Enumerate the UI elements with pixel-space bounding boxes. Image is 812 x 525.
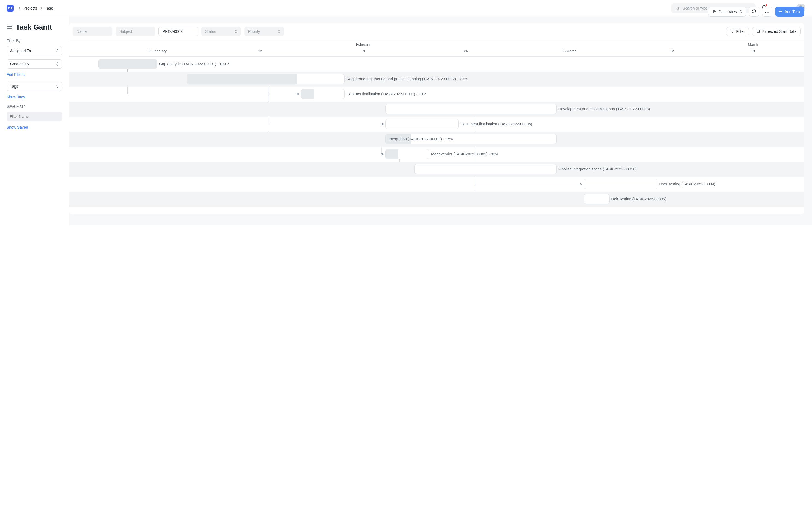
progress-fill [301,89,314,99]
select-icon [56,62,59,66]
progress-fill [99,59,157,69]
day-label: 12 [258,49,262,53]
filter-button[interactable]: Filter [726,27,749,36]
filter-button-label: Filter [736,29,745,34]
gantt-row: Document finalisation (TASK-2022-00006) [69,117,805,132]
select-icon [235,30,237,33]
gantt-row: Gap analysis (TASK-2022-00001) - 100% [69,57,805,72]
day-label: 19 [361,49,365,53]
select-icon [277,30,280,33]
topbar: Projects Task Search or type a command (… [0,0,812,16]
gantt-bar[interactable]: Unit Testing (TASK-2022-00005) [584,194,609,204]
gantt-bar[interactable]: Integration (TASK-2022-00008) - 15% [385,134,557,144]
name-filter-label: Name [76,29,87,34]
gantt-bar-label: Meet vendor (TASK-2022-00009) - 30% [431,152,498,156]
select-icon [56,85,59,88]
gantt-bar-label: Gap analysis (TASK-2022-00001) - 100% [159,62,229,66]
project-filter[interactable]: PROJ-0002 [159,27,198,36]
gantt-bar[interactable]: Requirement gathering and project planni… [186,74,345,84]
breadcrumb-projects[interactable]: Projects [24,6,37,10]
gantt-row: Requirement gathering and project planni… [69,72,805,87]
filter-sidebar: Task Gantt Filter By Assigned To Created… [0,16,69,225]
gantt-bar[interactable]: Document finalisation (TASK-2022-00006) [385,119,459,129]
gantt-bar-label: Contract finalisation (TASK-2022-00007) … [346,92,426,96]
gantt-bar[interactable]: Finalise integration specs (TASK-2022-00… [415,164,557,174]
breadcrumb-task[interactable]: Task [45,6,53,10]
gantt-bar[interactable]: Contract finalisation (TASK-2022-00007) … [301,89,345,99]
gantt-row: Meet vendor (TASK-2022-00009) - 30% [69,147,805,162]
status-filter[interactable]: Status [201,27,241,36]
menu-toggle-icon[interactable] [6,25,12,30]
tags-select[interactable]: Tags [6,82,62,91]
search-icon [675,6,680,10]
progress-fill [187,74,297,84]
edit-filters-link[interactable]: Edit Filters [6,72,62,77]
add-task-label: Add Task [785,10,800,14]
sort-button[interactable]: Expected Start Date [752,27,800,36]
gantt-bar-label: Finalise integration specs (TASK-2022-00… [558,167,636,171]
gantt-row: Development and customisatioon (TASK-202… [69,102,805,117]
gantt-row: Contract finalisation (TASK-2022-00007) … [69,87,805,102]
assigned-to-select[interactable]: Assigned To [6,46,62,56]
gantt-view-button[interactable]: Gantt View [708,6,746,17]
gantt-row: User Testing (TASK-2022-00004) [69,177,805,192]
plus-icon [779,10,782,14]
refresh-icon [752,9,756,14]
save-filter-label: Save Filter [6,104,62,108]
gantt-bar-label: Unit Testing (TASK-2022-00005) [612,197,666,201]
gantt-bar[interactable]: Gap analysis (TASK-2022-00001) - 100% [99,59,157,69]
name-filter[interactable]: Name [73,27,112,36]
page-title: Task Gantt [16,23,52,31]
priority-filter-label: Priority [248,29,260,34]
gantt-bar-label: Integration (TASK-2022-00008) - 15% [389,137,453,141]
gantt-bar-label: Requirement gathering and project planni… [346,77,467,81]
svg-point-5 [768,12,769,13]
gantt-bar-label: User Testing (TASK-2022-00004) [659,182,716,186]
progress-fill [386,149,399,159]
svg-point-3 [765,12,766,13]
gantt-bar-label: Document finalisation (TASK-2022-00006) [461,122,532,126]
gantt-view-label: Gantt View [718,10,737,14]
created-by-value: Created By [10,62,29,66]
ellipsis-icon [765,10,769,14]
tags-value: Tags [10,84,18,89]
svg-point-4 [767,12,767,13]
subject-filter-label: Subject [119,29,132,34]
notification-dot-icon [766,4,767,6]
created-by-select[interactable]: Created By [6,59,62,69]
show-saved-link[interactable]: Show Saved [6,125,62,130]
gantt-bar[interactable]: Meet vendor (TASK-2022-00009) - 30% [385,149,430,159]
chevron-right-icon [40,6,42,10]
svg-point-0 [676,6,679,9]
filter-name-input[interactable] [6,112,62,121]
refresh-button[interactable] [749,6,759,17]
day-label: 19 [751,49,755,53]
gantt-row: Unit Testing (TASK-2022-00005) [69,192,805,207]
day-label: 26 [464,49,468,53]
gantt-rows: Gap analysis (TASK-2022-00001) - 100%Req… [69,57,805,207]
assigned-to-value: Assigned To [10,49,31,53]
more-button[interactable] [762,6,772,17]
month-label: March [748,42,758,46]
subject-filter[interactable]: Subject [116,27,155,36]
select-icon [56,49,59,53]
gantt-row: Finalise integration specs (TASK-2022-00… [69,162,805,177]
project-filter-value: PROJ-0002 [163,29,182,34]
gantt-icon [712,10,716,14]
chevron-right-icon [19,6,21,10]
sort-button-label: Expected Start Date [762,29,796,34]
priority-filter[interactable]: Priority [244,27,284,36]
gantt-row: Integration (TASK-2022-00008) - 15% [69,132,805,147]
breadcrumb: Projects Task [19,6,53,10]
add-task-button[interactable]: Add Task [775,6,805,17]
select-icon [739,10,742,14]
day-label: 05 March [561,49,576,53]
show-tags-link[interactable]: Show Tags [6,95,62,99]
app-logo[interactable] [6,5,14,12]
timeline-header: FebruaryMarch 05 February12192605 March1… [69,40,805,57]
gantt-bar[interactable]: User Testing (TASK-2022-00004) [584,179,657,189]
gantt-bar[interactable]: Development and customisatioon (TASK-202… [385,104,557,114]
gantt-canvas: Name Subject PROJ-0002 Status Priority [69,23,805,214]
filter-by-label: Filter By [6,39,62,43]
month-label: February [356,42,370,46]
